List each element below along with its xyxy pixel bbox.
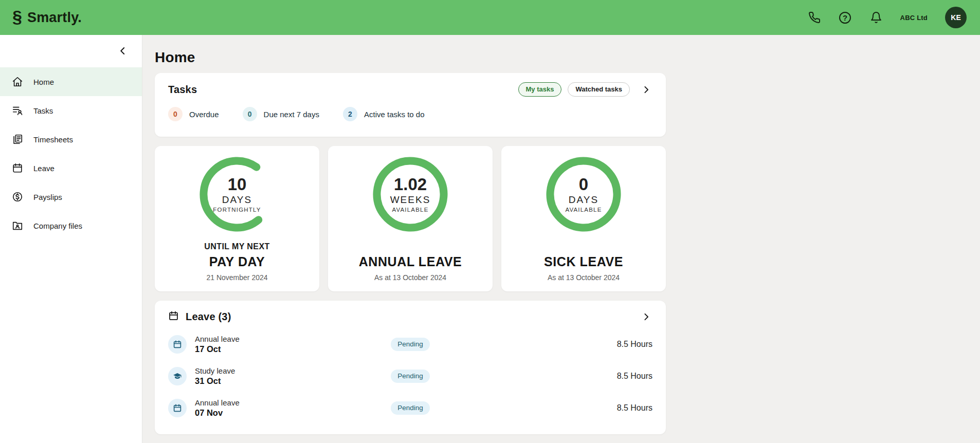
help-icon[interactable]: ?	[839, 11, 852, 24]
sidebar-item-label: Payslips	[33, 193, 62, 201]
sidebar-item-label: Tasks	[33, 106, 53, 115]
ring-unit: DAYS	[222, 194, 252, 206]
ring-text: 0 DAYS AVAILABLE	[546, 157, 621, 232]
ring-value: 1.02	[394, 176, 427, 194]
sidebar-item-label: Company files	[33, 222, 82, 230]
tasks-card-header: Tasks My tasks Watched tasks	[168, 82, 652, 97]
pay-day-progress-ring: 10 DAYS FORTNIGHTLY	[199, 157, 275, 232]
sidebar-collapse-button[interactable]	[115, 44, 131, 60]
main-content: Home Tasks My tasks Watched tasks 0 Over…	[142, 35, 980, 443]
tasks-filters: My tasks Watched tasks	[518, 82, 652, 97]
pay-day-card: 10 DAYS FORTNIGHTLY UNTIL MY NEXT PAY DA…	[155, 146, 319, 291]
leave-type: Annual leave	[195, 398, 240, 407]
my-tasks-filter-button[interactable]: My tasks	[518, 82, 562, 97]
leave-row-info: Annual leave 07 Nov	[168, 398, 369, 418]
due-next-7-days-count-badge: 0	[243, 107, 257, 121]
leave-type: Annual leave	[195, 335, 240, 343]
leave-card: Leave (3) Annual leave 17 Oct Pending 8.…	[155, 301, 666, 434]
leave-card-header: Leave (3)	[168, 310, 652, 323]
sick-leave-card: 0 DAYS AVAILABLE SICK LEAVE As at 13 Oct…	[501, 146, 666, 291]
company-files-folder-icon	[11, 220, 23, 232]
stat-title: ANNUAL LEAVE	[359, 254, 462, 269]
payslips-dollar-icon	[11, 191, 23, 203]
tasks-counts: 0 Overdue 0 Due next 7 days 2 Active tas…	[168, 107, 652, 121]
sidebar-item-home[interactable]: Home	[0, 67, 142, 96]
ring-text: 1.02 WEEKS AVAILABLE	[373, 157, 448, 232]
calendar-icon	[168, 399, 187, 417]
sidebar-item-leave[interactable]: Leave	[0, 154, 142, 182]
stat-title: SICK LEAVE	[544, 254, 623, 269]
notifications-bell-icon[interactable]	[869, 11, 883, 24]
sick-leave-ring: 0 DAYS AVAILABLE	[546, 157, 621, 232]
stat-subtitle: UNTIL MY NEXT	[204, 242, 269, 253]
stat-date: As at 13 October 2024	[548, 273, 620, 282]
leave-date: 07 Nov	[195, 408, 240, 418]
leave-date: 31 Oct	[195, 376, 235, 386]
graduation-cap-icon	[168, 367, 187, 385]
ring-sub: AVAILABLE	[565, 207, 602, 213]
ring-unit: WEEKS	[390, 194, 431, 206]
sidebar-item-timesheets[interactable]: Timesheets	[0, 125, 142, 154]
stat-date: 21 November 2024	[206, 273, 267, 282]
leave-type: Study leave	[195, 366, 235, 375]
leave-card-title: Leave (3)	[186, 311, 231, 323]
top-bar: § Smartly. ? ABC Ltd KE	[0, 0, 980, 35]
leave-calendar-icon	[11, 162, 23, 174]
leave-row-info: Study leave 31 Oct	[168, 366, 369, 386]
stat-date: As at 13 October 2024	[374, 273, 446, 282]
sidebar-item-payslips[interactable]: Payslips	[0, 182, 142, 211]
calendar-icon	[168, 310, 179, 323]
sidebar-nav: Home Tasks Timesheets Leave Payslips	[0, 67, 142, 240]
sidebar-item-label: Leave	[33, 164, 55, 173]
brand-name: Smartly.	[27, 10, 82, 26]
sidebar-item-label: Timesheets	[33, 135, 73, 144]
sidebar-item-tasks[interactable]: Tasks	[0, 96, 142, 125]
ring-sub: FORTNIGHTLY	[213, 207, 261, 213]
home-icon	[11, 76, 23, 88]
sidebar-item-label: Home	[33, 78, 54, 86]
leave-hours: 8.5 Hours	[617, 403, 652, 413]
ring-unit: DAYS	[569, 194, 598, 206]
smartly-logo-icon: §	[12, 8, 22, 25]
stat-cards-row: 10 DAYS FORTNIGHTLY UNTIL MY NEXT PAY DA…	[155, 146, 980, 291]
overdue-count: 0 Overdue	[168, 107, 219, 121]
status-badge: Pending	[391, 370, 430, 383]
page-title: Home	[155, 49, 980, 66]
ring-value: 0	[579, 176, 588, 194]
active-tasks-count-label: Active tasks to do	[364, 110, 425, 119]
leave-card-chevron-right-icon[interactable]	[639, 310, 652, 323]
company-name[interactable]: ABC Ltd	[900, 14, 928, 22]
leave-card-title-group: Leave (3)	[168, 310, 231, 323]
avatar[interactable]: KE	[945, 7, 967, 28]
due-next-7-days-count: 0 Due next 7 days	[243, 107, 319, 121]
leave-row[interactable]: Annual leave 07 Nov Pending 8.5 Hours	[168, 392, 652, 424]
tasks-icon	[11, 105, 23, 117]
watched-tasks-filter-button[interactable]: Watched tasks	[568, 82, 630, 97]
leave-hours: 8.5 Hours	[617, 340, 652, 349]
tasks-card: Tasks My tasks Watched tasks 0 Overdue 0…	[155, 73, 666, 137]
status-badge: Pending	[391, 338, 430, 351]
overdue-count-label: Overdue	[189, 110, 219, 119]
leave-row[interactable]: Study leave 31 Oct Pending 8.5 Hours	[168, 360, 652, 392]
annual-leave-card: 1.02 WEEKS AVAILABLE ANNUAL LEAVE As at …	[328, 146, 493, 291]
leave-date: 17 Oct	[195, 344, 240, 354]
ring-text: 10 DAYS FORTNIGHTLY	[199, 157, 275, 232]
leave-row-info: Annual leave 17 Oct	[168, 335, 369, 354]
stat-title: PAY DAY	[209, 254, 265, 269]
status-badge: Pending	[391, 401, 430, 415]
phone-icon[interactable]	[808, 11, 821, 24]
annual-leave-ring: 1.02 WEEKS AVAILABLE	[373, 157, 448, 232]
tasks-card-title: Tasks	[168, 84, 197, 96]
active-tasks-count-badge: 2	[343, 107, 357, 121]
top-bar-actions: ? ABC Ltd KE	[808, 7, 967, 28]
leave-row[interactable]: Annual leave 17 Oct Pending 8.5 Hours	[168, 328, 652, 360]
timesheets-icon	[11, 134, 23, 145]
due-next-7-days-count-label: Due next 7 days	[264, 110, 319, 119]
overdue-count-badge: 0	[168, 107, 183, 121]
sidebar-item-company-files[interactable]: Company files	[0, 211, 142, 240]
chevron-left-icon	[118, 46, 128, 58]
tasks-card-chevron-right-icon[interactable]	[639, 83, 652, 96]
ring-sub: AVAILABLE	[392, 207, 428, 213]
calendar-icon	[168, 335, 187, 354]
active-tasks-count: 2 Active tasks to do	[343, 107, 425, 121]
